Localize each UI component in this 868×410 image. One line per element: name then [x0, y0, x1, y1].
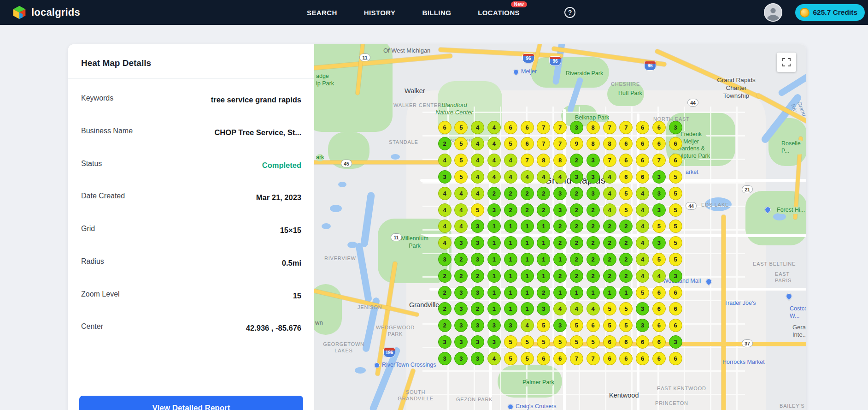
grid-marker[interactable]: 3 [570, 121, 583, 134]
grid-marker[interactable]: 3 [570, 170, 583, 184]
grid-marker[interactable]: 5 [553, 335, 567, 349]
grid-marker[interactable]: 7 [570, 352, 583, 365]
grid-marker[interactable]: 2 [603, 220, 616, 233]
grid-marker[interactable]: 8 [553, 154, 567, 167]
grid-marker[interactable]: 6 [636, 352, 649, 365]
grid-marker[interactable]: 5 [471, 203, 484, 217]
grid-marker[interactable]: 6 [669, 154, 682, 167]
grid-marker[interactable]: 3 [586, 154, 600, 167]
grid-marker[interactable]: 1 [487, 286, 501, 299]
grid-marker[interactable]: 3 [669, 335, 682, 349]
grid-marker[interactable]: 9 [570, 137, 583, 150]
grid-marker[interactable]: 1 [487, 253, 501, 266]
grid-marker[interactable]: 1 [504, 236, 517, 250]
grid-marker[interactable]: 3 [438, 170, 452, 184]
grid-marker[interactable]: 2 [471, 269, 484, 283]
grid-marker[interactable]: 6 [652, 352, 666, 365]
nav-item-history[interactable]: HISTORY [364, 9, 396, 17]
grid-marker[interactable]: 2 [603, 253, 616, 266]
grid-marker[interactable]: 2 [537, 203, 550, 217]
grid-marker[interactable]: 1 [521, 253, 534, 266]
grid-marker[interactable]: 3 [487, 319, 501, 332]
help-button[interactable]: ? [564, 7, 575, 18]
grid-marker[interactable]: 6 [652, 286, 666, 299]
grid-marker[interactable]: 6 [553, 352, 567, 365]
brand[interactable]: localgrids [12, 0, 80, 25]
grid-marker[interactable]: 8 [586, 121, 600, 134]
grid-marker[interactable]: 2 [438, 319, 452, 332]
grid-marker[interactable]: 2 [586, 269, 600, 283]
grid-marker[interactable]: 5 [669, 236, 682, 250]
grid-marker[interactable]: 2 [603, 236, 616, 250]
grid-marker[interactable]: 6 [669, 319, 682, 332]
grid-marker[interactable]: 7 [603, 154, 616, 167]
grid-marker[interactable]: 3 [586, 170, 600, 184]
grid-marker[interactable]: 3 [553, 203, 567, 217]
grid-marker[interactable]: 5 [669, 203, 682, 217]
grid-marker[interactable]: 5 [669, 187, 682, 200]
grid-marker[interactable]: 3 [504, 319, 517, 332]
grid-marker[interactable]: 2 [586, 236, 600, 250]
grid-marker[interactable]: 2 [586, 203, 600, 217]
grid-marker[interactable]: 2 [487, 187, 501, 200]
grid-marker[interactable]: 2 [438, 286, 452, 299]
view-detailed-report-button[interactable]: View Detailed Report [79, 396, 303, 410]
grid-marker[interactable]: 4 [504, 170, 517, 184]
grid-marker[interactable]: 2 [521, 203, 534, 217]
grid-marker[interactable]: 6 [619, 335, 633, 349]
grid-marker[interactable]: 3 [454, 352, 468, 365]
grid-marker[interactable]: 4 [603, 170, 616, 184]
grid-marker[interactable]: 3 [471, 352, 484, 365]
grid-marker[interactable]: 1 [487, 220, 501, 233]
grid-marker[interactable]: 2 [570, 269, 583, 283]
grid-marker[interactable]: 1 [537, 269, 550, 283]
grid-marker[interactable]: 5 [454, 121, 468, 134]
grid-marker[interactable]: 7 [586, 352, 600, 365]
grid-marker[interactable]: 2 [570, 154, 583, 167]
grid-marker[interactable]: 4 [636, 187, 649, 200]
nav-item-search[interactable]: SEARCH [307, 9, 337, 17]
grid-marker[interactable]: 3 [438, 335, 452, 349]
avatar[interactable] [764, 3, 782, 22]
grid-marker[interactable]: 6 [652, 319, 666, 332]
grid-marker[interactable]: 2 [619, 269, 633, 283]
grid-marker[interactable]: 7 [553, 121, 567, 134]
grid-marker[interactable]: 2 [438, 137, 452, 150]
grid-marker[interactable]: 2 [586, 253, 600, 266]
grid-marker[interactable]: 6 [636, 335, 649, 349]
grid-marker[interactable]: 2 [570, 203, 583, 217]
credits-badge[interactable]: 625.7 Credits [795, 4, 865, 21]
grid-marker[interactable]: 3 [471, 286, 484, 299]
grid-marker[interactable]: 5 [636, 286, 649, 299]
grid-marker[interactable]: 3 [553, 319, 567, 332]
grid-marker[interactable]: 1 [504, 253, 517, 266]
grid-marker[interactable]: 3 [438, 352, 452, 365]
grid-marker[interactable]: 4 [487, 170, 501, 184]
grid-marker[interactable]: 4 [537, 170, 550, 184]
grid-marker[interactable]: 1 [521, 302, 534, 315]
grid-marker[interactable]: 5 [504, 335, 517, 349]
grid-marker[interactable]: 1 [619, 286, 633, 299]
grid-marker[interactable]: 5 [652, 220, 666, 233]
grid-marker[interactable]: 5 [454, 170, 468, 184]
grid-marker[interactable]: 2 [454, 269, 468, 283]
grid-marker[interactable]: 5 [669, 220, 682, 233]
grid-marker[interactable]: 3 [652, 203, 666, 217]
grid-marker[interactable]: 2 [521, 187, 534, 200]
grid-marker[interactable]: 4 [504, 154, 517, 167]
grid-marker[interactable]: 4 [636, 203, 649, 217]
grid-marker[interactable]: 2 [570, 187, 583, 200]
grid-marker[interactable]: 5 [570, 319, 583, 332]
grid-marker[interactable]: 5 [504, 137, 517, 150]
grid-marker[interactable]: 4 [471, 154, 484, 167]
grid-marker[interactable]: 4 [636, 269, 649, 283]
grid-marker[interactable]: 1 [504, 220, 517, 233]
grid-marker[interactable]: 3 [471, 335, 484, 349]
grid-marker[interactable]: 1 [487, 236, 501, 250]
grid-marker[interactable]: 6 [537, 352, 550, 365]
grid-marker[interactable]: 5 [619, 187, 633, 200]
grid-marker[interactable]: 2 [438, 302, 452, 315]
grid-marker[interactable]: 6 [669, 302, 682, 315]
grid-marker[interactable]: 1 [504, 286, 517, 299]
grid-marker[interactable]: 1 [521, 269, 534, 283]
